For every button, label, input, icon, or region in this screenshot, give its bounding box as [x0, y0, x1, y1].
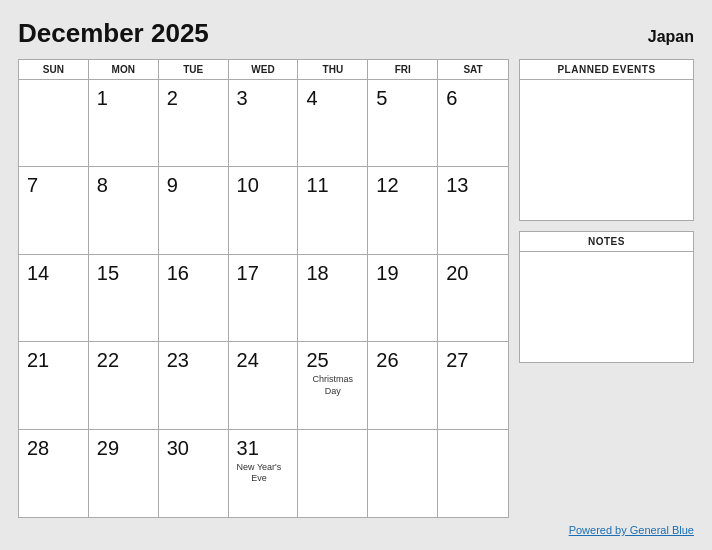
- date-number: 29: [97, 436, 119, 460]
- date-number: 16: [167, 261, 189, 285]
- calendar-cell: 16: [159, 255, 229, 342]
- planned-events-body: [520, 80, 693, 220]
- notes-box: NOTES: [519, 231, 694, 363]
- date-number: 19: [376, 261, 398, 285]
- calendar-cell: [298, 430, 368, 517]
- calendar-cell: [368, 430, 438, 517]
- day-header: MON: [89, 60, 159, 79]
- calendar-cell: 25Christmas Day: [298, 342, 368, 429]
- planned-events-box: PLANNED EVENTS: [519, 59, 694, 221]
- calendar-cell: 11: [298, 167, 368, 254]
- event-label: New Year's Eve: [237, 462, 282, 485]
- event-label: Christmas Day: [306, 374, 359, 397]
- date-number: 30: [167, 436, 189, 460]
- calendar-cell: 17: [229, 255, 299, 342]
- date-number: 6: [446, 86, 457, 110]
- date-number: 13: [446, 173, 468, 197]
- footer: Powered by General Blue: [18, 524, 694, 536]
- calendar-cell: 23: [159, 342, 229, 429]
- calendar-cell: 27: [438, 342, 508, 429]
- page: December 2025 Japan SUNMONTUEWEDTHUFRISA…: [0, 0, 712, 550]
- notes-header: NOTES: [520, 232, 693, 252]
- day-header: SUN: [19, 60, 89, 79]
- calendar-cell: 12: [368, 167, 438, 254]
- calendar-cell: 13: [438, 167, 508, 254]
- calendar-cell: 20: [438, 255, 508, 342]
- footer-link[interactable]: Powered by General Blue: [569, 524, 694, 536]
- date-number: 24: [237, 348, 259, 372]
- calendar-cell: 28: [19, 430, 89, 517]
- day-header: TUE: [159, 60, 229, 79]
- calendar-cell: 29: [89, 430, 159, 517]
- day-header: THU: [298, 60, 368, 79]
- calendar-cell: 6: [438, 80, 508, 167]
- date-number: 15: [97, 261, 119, 285]
- date-number: 22: [97, 348, 119, 372]
- date-number: 10: [237, 173, 259, 197]
- calendar-cell: 10: [229, 167, 299, 254]
- calendar-cell: 22: [89, 342, 159, 429]
- date-number: 12: [376, 173, 398, 197]
- page-title: December 2025: [18, 18, 209, 49]
- calendar-cell: 26: [368, 342, 438, 429]
- calendar-cell: 7: [19, 167, 89, 254]
- date-number: 3: [237, 86, 248, 110]
- date-number: 5: [376, 86, 387, 110]
- date-number: 7: [27, 173, 38, 197]
- calendar-cell: 18: [298, 255, 368, 342]
- date-number: 2: [167, 86, 178, 110]
- calendar-cell: 8: [89, 167, 159, 254]
- date-number: 11: [306, 173, 328, 197]
- calendar-cell: 24: [229, 342, 299, 429]
- main-area: SUNMONTUEWEDTHUFRISAT 123456789101112131…: [18, 59, 694, 518]
- date-number: 20: [446, 261, 468, 285]
- calendar-cell: 31New Year's Eve: [229, 430, 299, 517]
- calendar-cell: 4: [298, 80, 368, 167]
- header: December 2025 Japan: [18, 18, 694, 49]
- date-number: 23: [167, 348, 189, 372]
- calendar-cell: 14: [19, 255, 89, 342]
- country-label: Japan: [648, 28, 694, 46]
- date-number: 1: [97, 86, 108, 110]
- calendar-cell: 21: [19, 342, 89, 429]
- date-number: 26: [376, 348, 398, 372]
- date-number: 4: [306, 86, 317, 110]
- date-number: 25: [306, 348, 328, 372]
- date-number: 31: [237, 436, 259, 460]
- calendar-cell: 9: [159, 167, 229, 254]
- calendar-cell: 15: [89, 255, 159, 342]
- date-number: 14: [27, 261, 49, 285]
- day-header: SAT: [438, 60, 508, 79]
- date-number: 28: [27, 436, 49, 460]
- calendar-cell: 3: [229, 80, 299, 167]
- calendar: SUNMONTUEWEDTHUFRISAT 123456789101112131…: [18, 59, 509, 518]
- date-number: 17: [237, 261, 259, 285]
- planned-events-header: PLANNED EVENTS: [520, 60, 693, 80]
- day-header: FRI: [368, 60, 438, 79]
- day-header: WED: [229, 60, 299, 79]
- date-number: 8: [97, 173, 108, 197]
- calendar-grid: 1234567891011121314151617181920212223242…: [19, 80, 508, 517]
- sidebar: PLANNED EVENTS NOTES: [519, 59, 694, 518]
- calendar-cell: 19: [368, 255, 438, 342]
- notes-body: [520, 252, 693, 362]
- date-number: 21: [27, 348, 49, 372]
- date-number: 9: [167, 173, 178, 197]
- calendar-cell: 1: [89, 80, 159, 167]
- day-headers: SUNMONTUEWEDTHUFRISAT: [19, 60, 508, 80]
- calendar-cell: 5: [368, 80, 438, 167]
- calendar-cell: [19, 80, 89, 167]
- calendar-cell: [438, 430, 508, 517]
- calendar-cell: 2: [159, 80, 229, 167]
- date-number: 27: [446, 348, 468, 372]
- date-number: 18: [306, 261, 328, 285]
- calendar-cell: 30: [159, 430, 229, 517]
